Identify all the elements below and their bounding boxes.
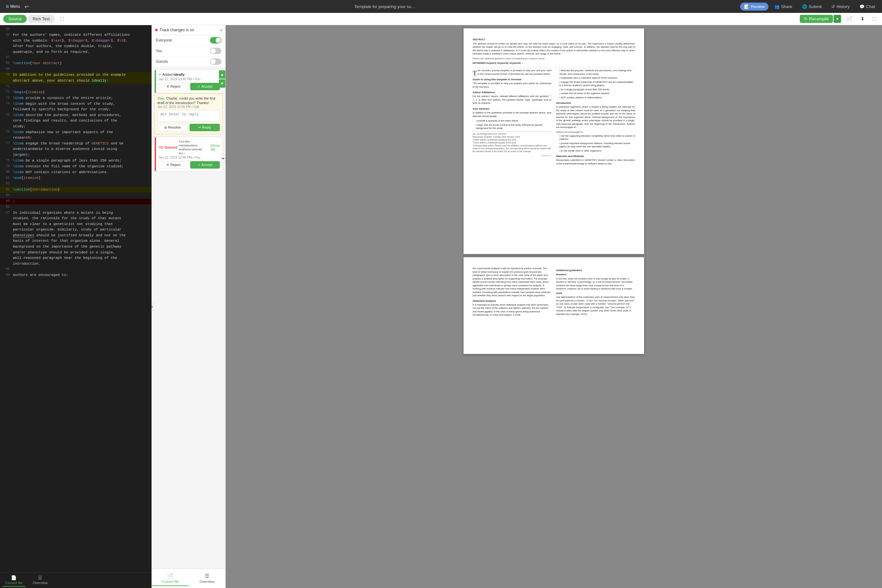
deleted-change-icon: Ab xyxy=(159,145,164,150)
see-also-text: Please see additional guidelines notes o… xyxy=(472,57,635,60)
comment-author-line: You: Charlie, could you write the first … xyxy=(158,96,220,105)
overview-tab[interactable]: ☰ Overview xyxy=(30,574,50,587)
menu-label: Menu xyxy=(10,4,20,9)
recompile-button[interactable]: ↻ Recompile xyxy=(800,15,833,23)
review-label: Review xyxy=(751,4,765,9)
collapse-right-button[interactable]: ▶ xyxy=(222,154,225,162)
history-button[interactable]: ↺ History xyxy=(828,3,853,10)
guide-title: Guide to using this template in Overleaf xyxy=(472,78,552,81)
numbers-text: In the text, write out numbers nine or l… xyxy=(556,277,635,291)
guests-toggle-row: Guests xyxy=(152,56,225,67)
abstract-text: The abstract should be written for peopl… xyxy=(472,42,635,56)
source-footer: 📄 Current file ☰ Overview xyxy=(0,572,152,588)
show-all-link[interactable]: [show all] xyxy=(210,144,220,151)
changes-list: ✏ Added ideally Jan 22, 2019 10:45 PM • … xyxy=(152,67,225,568)
comment-thread-item: You: Charlie, could you write the first … xyxy=(154,93,223,134)
right-bullet-3: engage the broad readership of GENETICS … xyxy=(559,81,635,87)
pdf-page-2: the experimental analysis could be repea… xyxy=(464,257,644,354)
materials-text: Manuscripts submitted to GENETICS should… xyxy=(556,159,635,165)
bullet-context: begin with the broad context of the stud… xyxy=(476,123,552,130)
menu-button[interactable]: ⊙ Menu xyxy=(3,3,22,10)
submit-icon: 🌐 xyxy=(802,4,807,9)
deleted-change-item: Ab Deleted For the introduction, authors… xyxy=(154,136,223,171)
recompile-dropdown-button[interactable]: ▾ xyxy=(834,15,841,23)
accept-added-button[interactable]: ✓ Accept xyxy=(190,83,220,90)
collapse-left-button[interactable]: ◀ xyxy=(152,302,153,311)
page2-main-text: the experimental analysis could be repea… xyxy=(472,267,552,297)
source-expand-button[interactable]: ⛶ xyxy=(57,15,66,22)
manuscript-text: Manuscript compiled: Tuesday 22nd Januar… xyxy=(472,135,552,138)
overview-mid-tab[interactable]: ☰ Overview xyxy=(189,571,225,586)
source-line: 87 In individual organisms where a mutan… xyxy=(0,210,152,267)
source-line-deleted: 85 ; xyxy=(0,199,152,204)
overview-label: Overview xyxy=(33,581,48,585)
everyone-toggle[interactable] xyxy=(210,37,222,44)
deleted-text-content: For the introduction, authors should be.… xyxy=(178,140,209,155)
track-changes-header: Track changes is on ▾ xyxy=(152,25,225,35)
source-tab[interactable]: Source xyxy=(3,15,27,23)
abstract-section-text: In addition to the guidelines provided i… xyxy=(472,111,552,118)
guests-toggle[interactable] xyxy=(210,58,222,65)
share-label: Share xyxy=(781,4,792,9)
source-line: 72 \begin{itemize} xyxy=(0,90,152,95)
source-line: 73 \item provide a synopsis of the entir… xyxy=(0,95,152,101)
share-button[interactable]: 👥 Share xyxy=(771,3,796,10)
next-change-button[interactable]: ▼ xyxy=(219,79,225,88)
download-icon-button[interactable]: ⬇ xyxy=(858,15,867,23)
deleted-change-content: Ab Deleted For the introduction, authors… xyxy=(156,137,222,171)
track-status-label: Track changes is on xyxy=(160,28,219,32)
source-editor[interactable]: 65 66 For the authors' names, indicate d… xyxy=(0,25,152,572)
reply-button[interactable]: ↩ Reply xyxy=(189,124,220,131)
source-line: 67 xyxy=(0,55,152,61)
file-icon: 📄 xyxy=(11,575,16,580)
source-editor-panel: 65 66 For the authors' names, indicate d… xyxy=(0,25,152,588)
current-file-tab[interactable]: 📄 Current file xyxy=(3,574,25,587)
toolbar: Source Rich Text ⛶ ↻ Recompile ▾ 📄 ⬇ ⛶ xyxy=(0,13,882,25)
stats-text: It is important to indicate which statis… xyxy=(472,303,552,317)
added-change-content: ✏ Added ideally Jan 22, 2019 10:45 PM • … xyxy=(156,70,222,93)
source-line: 75 \item describe the purpose, methods a… xyxy=(0,112,152,130)
accept-deleted-button[interactable]: ✓ Accept xyxy=(190,161,220,169)
source-line: 71 xyxy=(0,84,152,90)
comment-author: You: xyxy=(158,96,165,100)
keywords-line: KEYWORDS Keyword; Keyword2; Keyword3; ..… xyxy=(472,62,635,65)
source-line: 66 For the authors' names, indicate diff… xyxy=(0,32,152,55)
you-toggle[interactable] xyxy=(210,48,222,54)
richtext-tab[interactable]: Rich Text xyxy=(27,15,55,23)
cite-bullet-3: to cite similar work in other organisms. xyxy=(559,149,635,153)
prev-change-button[interactable]: ▲ xyxy=(219,70,225,79)
everyone-label: Everyone xyxy=(156,38,210,42)
pdf-columns: T his Genetics journal template is provi… xyxy=(472,69,635,166)
submit-button[interactable]: 🌐 Submit xyxy=(798,3,826,10)
reject-added-button[interactable]: ✕ Reject xyxy=(159,83,188,90)
reject-deleted-button[interactable]: ✕ Reject xyxy=(159,161,188,169)
chat-button[interactable]: 💬 Chat xyxy=(856,3,879,10)
affiliations-text: For the authors' names, indicate differe… xyxy=(472,95,552,105)
comment-edit-link[interactable]: Edit xyxy=(194,105,199,109)
menu-icon: ⊙ xyxy=(6,4,9,9)
source-line: 76 \item emphasize new or important aspe… xyxy=(0,130,152,141)
materials-title: Materials and Methods xyxy=(556,154,635,158)
preview-expand-button[interactable]: ⛶ xyxy=(870,15,879,22)
source-line: 79 \item contain the full name of the or… xyxy=(0,164,152,170)
undo-icon[interactable]: ↩ xyxy=(24,3,29,10)
guide-text: This template is provided to help you pr… xyxy=(472,82,552,88)
doi-text: doi: 10.1534/genetics.XXX.XXXXXX xyxy=(472,132,552,135)
file-icon-button[interactable]: 📄 xyxy=(844,15,855,23)
source-line: 68 \section{Your Abstract} xyxy=(0,61,152,66)
stats-title: Statistical Analysis xyxy=(472,299,552,303)
added-date: Jan 22, 2019 10:45 PM xyxy=(159,77,192,81)
resolve-button[interactable]: ⊘ Resolve xyxy=(158,124,188,131)
source-line: 89 Authors are encouraged to: xyxy=(0,272,152,278)
current-file-mid-tab[interactable]: 📄 Current file xyxy=(152,571,189,586)
review-button[interactable]: 📝 Review xyxy=(740,3,768,10)
reply-input[interactable] xyxy=(158,110,220,122)
pdf-scroll-area[interactable]: ABSTRACT The abstract should be written … xyxy=(226,25,882,588)
deleted-change-inner: Ab Deleted For the introduction, authors… xyxy=(155,137,222,171)
track-chevron-icon[interactable]: ▾ xyxy=(220,28,222,32)
added-change-actions: ✕ Reject ✓ Accept xyxy=(159,83,220,90)
units-title: Units xyxy=(556,292,635,295)
right-bullet-5: contain the full name of the organism st… xyxy=(559,92,635,95)
pdf-col-left: T his Genetics journal template is provi… xyxy=(472,69,552,166)
chat-label: Chat xyxy=(866,4,875,9)
